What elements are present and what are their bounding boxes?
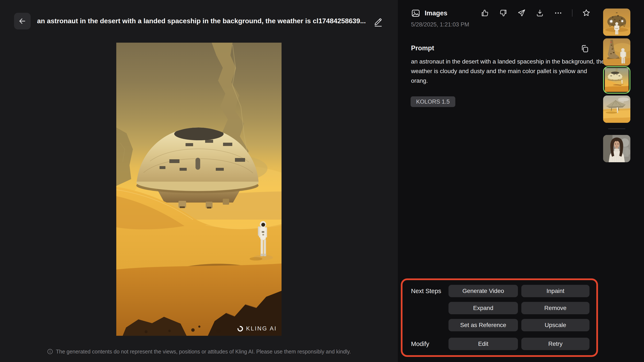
kling-watermark: KLING AI: [237, 325, 277, 332]
favorite-button[interactable]: [582, 9, 591, 18]
thumbnail-3-selected[interactable]: [603, 66, 630, 94]
share-button[interactable]: [517, 9, 526, 18]
inpaint-button[interactable]: Inpaint: [521, 285, 590, 297]
watermark-text: KLING AI: [246, 325, 277, 332]
upscale-button[interactable]: Upscale: [521, 319, 590, 331]
prompt-text: an astronaut in the desert with a landed…: [411, 57, 605, 85]
copy-prompt-button[interactable]: [580, 44, 590, 54]
actions-divider: [572, 9, 572, 17]
desert-spaceship-scene: [116, 43, 282, 336]
download-icon: [536, 9, 544, 17]
like-button[interactable]: [480, 9, 490, 18]
thumbnail-4[interactable]: [603, 96, 630, 123]
panel-header: Images: [411, 7, 448, 19]
thumbnail-divider: [608, 129, 625, 129]
generated-image[interactable]: KLING AI: [116, 43, 282, 336]
expand-button[interactable]: Expand: [448, 302, 518, 314]
more-button[interactable]: [554, 9, 563, 18]
next-steps-label: Next Steps: [411, 285, 441, 297]
page-title: an astronaut in the desert with a landed…: [37, 17, 366, 25]
images-icon: [411, 9, 420, 18]
arrow-left-icon: [18, 17, 26, 25]
pencil-icon: [373, 17, 385, 27]
paper-plane-icon: [517, 9, 526, 17]
star-icon: [582, 9, 591, 18]
thumbnail-reference[interactable]: [603, 135, 630, 162]
disclaimer-text: The generated contents do not represent …: [56, 348, 351, 355]
selected-thumbnail-image: [605, 68, 629, 92]
panel-title: Images: [425, 9, 448, 17]
disclaimer: The generated contents do not represent …: [0, 348, 398, 355]
download-button[interactable]: [536, 9, 544, 18]
thumbs-down-icon: [499, 9, 508, 17]
copy-icon: [580, 44, 590, 53]
thumbnail-2[interactable]: [603, 38, 630, 66]
info-icon: [47, 348, 53, 355]
prompt-heading: Prompt: [411, 44, 434, 52]
details-panel: Images: [398, 0, 644, 362]
generate-video-button[interactable]: Generate Video: [448, 285, 518, 297]
image-actions: [480, 9, 591, 18]
viewer-area: an astronaut in the desert with a landed…: [0, 0, 398, 362]
thumbnail-1[interactable]: [603, 9, 630, 36]
retry-button[interactable]: Retry: [521, 338, 590, 350]
modify-label: Modify: [411, 338, 429, 350]
edit-title-button[interactable]: [373, 16, 385, 28]
kling-logo-icon: [237, 325, 244, 332]
ellipsis-icon: [554, 9, 562, 17]
next-steps-annotation-box: Next Steps Generate Video Inpaint Expand…: [401, 278, 598, 357]
dislike-button[interactable]: [499, 9, 508, 18]
edit-button[interactable]: Edit: [448, 338, 518, 350]
back-button[interactable]: [14, 13, 31, 30]
creation-timestamp: 5/28/2025, 1:21:03 PM: [411, 21, 469, 28]
thumbs-up-icon: [481, 9, 489, 17]
set-as-reference-button[interactable]: Set as Reference: [448, 319, 518, 331]
remove-button[interactable]: Remove: [521, 302, 590, 314]
model-badge: KOLORS 1.5: [410, 96, 455, 107]
